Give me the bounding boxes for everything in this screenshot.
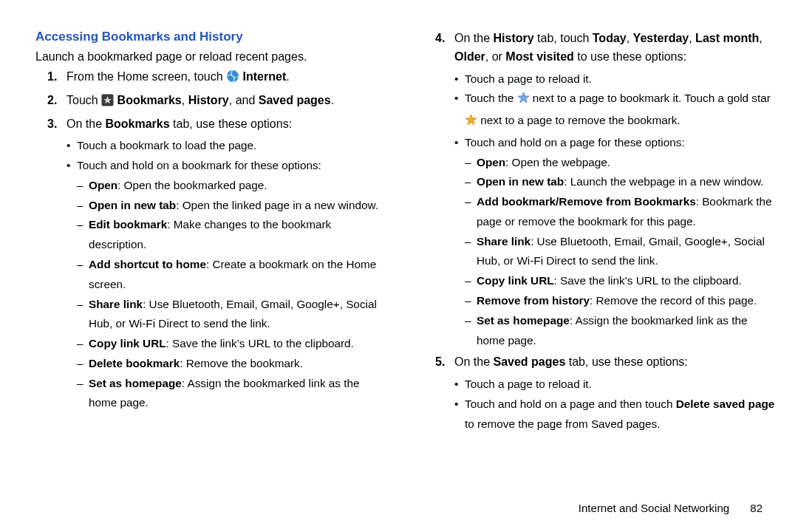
step2-period: . (331, 94, 334, 106)
s4-b5: Older (454, 50, 485, 63)
steps-list-left: From the Home screen, touch Internet. To… (35, 68, 388, 413)
step5-bullets: Touch a page to reload it. Touch and hol… (454, 375, 776, 434)
step5-bullet-1: Touch a page to reload it. (454, 375, 776, 395)
s4d5b: Copy link URL (477, 274, 554, 287)
step3-dash-1: Open: Open the bookmarked page. (77, 176, 388, 196)
s4d2: Open in new tab: Launch the webpage in a… (465, 172, 776, 192)
s4-b1: History (493, 32, 533, 44)
bookmark-star-icon (101, 94, 114, 112)
step1-bold: Internet (243, 70, 287, 83)
s4-pre: On the (454, 32, 493, 44)
globe-icon (226, 69, 239, 89)
step2-b1: Bookmarks (117, 94, 182, 106)
s4-post: to use these options: (574, 50, 686, 63)
s5-post: tab, use these options: (565, 355, 687, 368)
svg-marker-4 (466, 115, 477, 125)
d2t: : Open the linked page in a new window. (176, 199, 378, 211)
step3-dash-3: Edit bookmark: Make changes to the bookm… (77, 215, 388, 255)
step-5: On the Saved pages tab, use these option… (423, 353, 776, 434)
star-gold-icon (465, 113, 477, 133)
s4d2t: : Launch the webpage in a new window. (564, 175, 763, 188)
step3-dash-8: Set as homepage: Assign the bookmarked l… (77, 374, 388, 414)
step3-bullet-1: Touch a bookmark to load the page. (66, 136, 388, 156)
step3-dashes: Open: Open the bookmarked page. Open in … (77, 176, 388, 413)
section-heading: Accessing Bookmarks and History (35, 30, 388, 44)
footer-section: Internet and Social Networking (579, 502, 729, 514)
s4d2b: Open in new tab (477, 175, 564, 188)
d8b: Set as homepage (89, 377, 182, 389)
d7t: : Remove the bookmark. (180, 357, 303, 369)
step3-dash-6: Copy link URL: Save the link’s URL to th… (77, 334, 388, 354)
step-2: Touch Bookmarks, History, and Saved page… (35, 92, 388, 112)
s4-b3: Yesterday (633, 32, 689, 44)
left-column: Accessing Bookmarks and History Launch a… (35, 30, 388, 437)
s5-b: Saved pages (493, 355, 565, 368)
step5-bullet-2: Touch and hold on a page and then touch … (454, 395, 776, 434)
s5b2a: Touch and hold on a page and then touch (465, 398, 676, 410)
s4-s4: , or (485, 50, 506, 63)
step-4: On the History tab, touch Today, Yesterd… (423, 30, 776, 350)
s4d6b: Remove from history (477, 294, 590, 307)
d1t: : Open the bookmarked page. (117, 179, 267, 191)
d7b: Delete bookmark (89, 357, 180, 369)
s4-s3: , (759, 32, 762, 44)
page-content: Accessing Bookmarks and History Launch a… (0, 0, 798, 481)
s5b2b: Delete saved page (676, 398, 775, 410)
d1b: Open (89, 179, 117, 191)
step-1: From the Home screen, touch Internet. (35, 68, 388, 89)
s5-pre: On the (454, 355, 493, 368)
step4-bullet-2: Touch the next to a page to bookmark it.… (454, 89, 776, 133)
step4-dashes: Open: Open the webpage. Open in new tab:… (465, 153, 776, 351)
s4-s2: , (689, 32, 695, 44)
s4d7b: Set as homepage (477, 314, 570, 327)
s4d4b: Share link (477, 235, 531, 248)
step-3: On the Bookmarks tab, use these options:… (35, 115, 388, 414)
step3-bullet-2-text: Touch and hold on a bookmark for these o… (77, 159, 321, 171)
step2-sep1: , (182, 94, 188, 106)
s4d5: Copy link URL: Save the link’s URL to th… (465, 271, 776, 291)
s4b2c: next to a page to remove the bookmark. (480, 114, 680, 126)
d6t: : Save the link’s URL to the clipboard. (166, 337, 354, 349)
step3-dash-5: Share link: Use Bluetooth, Email, Gmail,… (77, 295, 388, 335)
s4d1b: Open (477, 156, 505, 168)
s4d6: Remove from history: Remove the record o… (465, 291, 776, 311)
s4-s1: , (627, 32, 633, 44)
step1-period: . (286, 70, 289, 83)
step3-lead-b: Bookmarks (105, 117, 169, 130)
step3-bullet-2: Touch and hold on a bookmark for these o… (66, 156, 388, 413)
step3-dash-2: Open in new tab: Open the linked page in… (77, 196, 388, 216)
s4d3: Add bookmark/Remove from Bookmarks: Book… (465, 192, 776, 232)
s4d7: Set as homepage: Assign the bookmarked l… (465, 311, 776, 351)
steps-list-right: On the History tab, touch Today, Yesterd… (423, 30, 776, 434)
s4-b4: Last month (695, 32, 759, 44)
s4-b2: Today (593, 32, 627, 44)
step2-b2: History (188, 94, 229, 106)
s5b2c: to remove the page from Saved pages. (465, 417, 660, 430)
step2-sep2: , and (229, 94, 259, 106)
d3b: Edit bookmark (89, 218, 167, 231)
d6b: Copy link URL (89, 337, 166, 349)
step2-pre: Touch (66, 94, 101, 106)
step3-lead-post: tab, use these options: (170, 117, 292, 130)
step4-bullets: Touch a page to reload it. Touch the nex… (454, 69, 776, 351)
right-column: On the History tab, touch Today, Yesterd… (423, 30, 776, 437)
step2-b3: Saved pages (259, 94, 331, 106)
step4-bullet-3-text: Touch and hold on a page for these optio… (465, 136, 685, 149)
s4b2b: next to a page to bookmark it. Touch a g… (533, 92, 771, 104)
intro-text: Launch a bookmarked page or reload recen… (35, 50, 388, 64)
step4-bullet-1: Touch a page to reload it. (454, 69, 776, 89)
s4d3b: Add bookmark/Remove from Bookmarks (477, 195, 696, 208)
step3-dash-7: Delete bookmark: Remove the bookmark. (77, 354, 388, 374)
page-number: 82 (750, 502, 763, 514)
s4d6t: : Remove the record of this page. (590, 294, 757, 307)
s4b2a: Touch the (465, 92, 517, 104)
s4-b6: Most visited (505, 50, 573, 63)
step3-bullets: Touch a bookmark to load the page. Touch… (66, 136, 388, 413)
d2b: Open in new tab (89, 199, 176, 211)
s4-m1: tab, touch (534, 32, 593, 44)
step3-dash-4: Add shortcut to home: Create a bookmark … (77, 255, 388, 295)
star-outline-icon (517, 91, 530, 111)
page-footer: Internet and Social Networking 82 (579, 502, 763, 514)
s4d5t: : Save the link’s URL to the clipboard. (554, 274, 742, 287)
svg-marker-3 (518, 92, 529, 103)
